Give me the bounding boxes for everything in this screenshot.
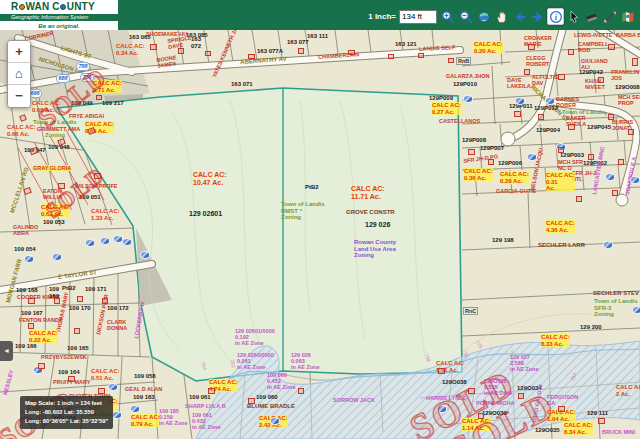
map-label: LEWIS-IVETTE	[574, 32, 613, 38]
tool-zoom-out[interactable]	[457, 8, 474, 25]
building-footprint	[448, 58, 454, 63]
tool-next-extent[interactable]	[529, 8, 546, 25]
map-label: 109 061 0.432 in AE Zone	[192, 412, 221, 430]
map-label: Town of Landis RMST * Zoning	[281, 201, 325, 221]
map-label: 109 060	[256, 394, 278, 401]
tool-pan[interactable]	[493, 8, 510, 25]
map-label: Rowan County Land Use Area Zoning	[354, 239, 396, 259]
app-logo: RWAN CUNTY Geographic Information System…	[0, 0, 118, 30]
tool-buttons: i	[439, 8, 636, 25]
map-label: 129P042	[579, 69, 603, 76]
map-label: 129P045	[587, 124, 611, 131]
zoom-in-button[interactable]: +	[8, 41, 30, 63]
building-footprint	[68, 376, 75, 382]
map-label: 129 026	[365, 221, 390, 229]
building-footprint	[54, 298, 60, 304]
map-label: CALC AC: 0.31 Ac.	[546, 172, 575, 192]
map-label: 109 058	[134, 373, 156, 380]
tool-previous-extent[interactable]	[511, 8, 528, 25]
map-label: CALC AC: 0.66 Ac.	[7, 124, 36, 137]
water-meter-icon	[527, 153, 537, 161]
map-label: 129 026 0.063 in AE Zone	[291, 352, 320, 370]
map-label: GEAL D ALAN	[125, 386, 162, 392]
map-annotation-layer: CORRINERSHOEMAKE HU163 065163 085CALC AC…	[0, 0, 640, 439]
building-footprint	[388, 54, 394, 59]
map-label: 109 164	[58, 369, 80, 376]
building-footprint	[468, 149, 475, 155]
building-footprint	[29, 147, 39, 155]
building-footprint	[298, 48, 304, 54]
toolbar: 1 Inch= i	[368, 8, 636, 25]
building-footprint	[598, 418, 605, 424]
building-footprint	[298, 388, 304, 394]
info-line: Long: -80.602 Lat: 35.550	[25, 408, 108, 417]
map-label: CALC AC: 2 Ac.	[616, 384, 640, 397]
map-label: GALARZA JHON	[446, 73, 490, 79]
building-footprint	[28, 323, 34, 329]
home-button[interactable]: ⌂	[8, 63, 30, 85]
tool-print-map[interactable]	[619, 8, 636, 25]
logo-subtitle: Geographic Information System	[0, 13, 118, 22]
map-label: 109 165	[67, 345, 89, 352]
map-label: 129P008	[462, 137, 486, 144]
map-label: GALINDO ABRA	[13, 224, 38, 236]
tool-identify[interactable]: i	[547, 8, 564, 25]
water-meter-icon	[630, 176, 640, 184]
map-label: CAMPBELL ROB	[578, 41, 609, 53]
building-footprint	[612, 190, 618, 196]
building-footprint	[38, 363, 45, 369]
building-footprint	[528, 44, 535, 50]
water-meter-icon	[100, 237, 110, 245]
map-label: 129P003	[560, 152, 584, 159]
water-meter-icon	[24, 255, 34, 263]
tool-clear-selection[interactable]	[583, 8, 600, 25]
zoom-out-icon	[459, 10, 473, 24]
tool-full-extent[interactable]	[475, 8, 492, 25]
sidebar-collapse-tab[interactable]: ◄	[0, 341, 13, 361]
map-label: CALC AC: 11.71 Ac.	[351, 185, 385, 201]
map-label: 163 077A	[257, 48, 283, 55]
building-footprint	[205, 51, 211, 56]
map-label: 109 217	[102, 100, 124, 107]
map-label: SECHLER STEV	[593, 290, 639, 297]
map-label: FRANKLIN JOS	[611, 69, 639, 81]
building-footprint	[514, 111, 521, 117]
map-label: 109 170	[69, 305, 91, 312]
zoom-out-button[interactable]: −	[8, 85, 30, 107]
logo-tagline: Be an original.	[0, 22, 118, 30]
map-label: BRUCK MINI	[602, 429, 635, 435]
map-label: 109 168	[16, 287, 38, 294]
building-footprint	[438, 368, 445, 374]
forward-arrow-icon	[531, 10, 545, 24]
map-label: KESSLEY	[2, 369, 15, 395]
water-meter-icon	[122, 238, 132, 246]
building-footprint	[608, 114, 614, 120]
map-label: SHARP LULA B	[185, 403, 226, 409]
building-footprint	[102, 298, 108, 304]
map-label: 109 060 0.452 in AE Zone	[267, 372, 296, 390]
map-label: CALC AC: 4.36 Ac.	[546, 220, 575, 233]
map-label: 758	[423, 353, 431, 363]
map-label: 129 0260/0000 0.061 in AE Zone	[237, 352, 274, 370]
map-label: SECHLER LARR	[538, 242, 585, 249]
scale-label: 1 Inch=	[368, 12, 396, 21]
map-label: LANDIS SELF	[419, 44, 455, 52]
building-footprint	[74, 328, 80, 334]
building-footprint	[568, 49, 574, 55]
map-label: 129P010	[453, 81, 477, 88]
building-footprint	[538, 114, 544, 120]
map-label: 163 072	[191, 36, 201, 49]
map-label: CALC AC: 8.33 Ac.	[541, 334, 570, 347]
map-label: CALC AC: 0.29 Ac.	[500, 171, 529, 184]
map-label: 109 054	[14, 246, 36, 253]
tool-zoom-in[interactable]	[439, 8, 456, 25]
map-label: 109 166	[15, 343, 37, 350]
scale-input[interactable]	[399, 10, 437, 24]
tool-measure[interactable]	[601, 8, 618, 25]
building-footprint	[558, 74, 565, 80]
map-label: 129P006	[498, 160, 522, 167]
tool-select[interactable]	[565, 8, 582, 25]
map-label: BARBA BRA	[616, 32, 640, 38]
map-label: 752	[229, 359, 237, 369]
map-label: 109 171	[85, 286, 107, 293]
